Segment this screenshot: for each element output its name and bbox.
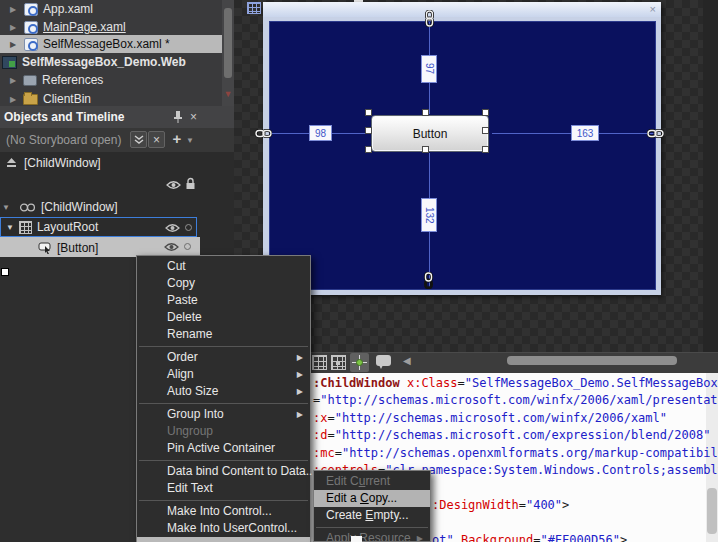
margin-anchor-top-icon[interactable] [423, 10, 436, 27]
file-item-app-xaml[interactable]: ▶ App.xaml [0, 0, 222, 18]
code-token: > [562, 498, 569, 512]
context-menu-item-group-into[interactable]: Group Into▶ [137, 406, 310, 423]
tree-item-childwindow[interactable]: ▼ [ChildWindow] [0, 197, 234, 217]
stray-selection-handle [1, 268, 9, 276]
grid-rail-icon[interactable] [247, 2, 261, 14]
resize-handle-se[interactable] [482, 146, 489, 153]
button-control-icon [38, 242, 52, 254]
new-storyboard-button[interactable]: + [170, 130, 184, 148]
context-menu-item-delete[interactable]: Delete [137, 309, 310, 326]
childwindow-close-icon[interactable]: × [650, 2, 656, 17]
context-menu-item-make-into-control[interactable]: Make Into Control... [137, 503, 310, 520]
references-icon [23, 75, 37, 86]
code-token: "#FF000D56" [540, 533, 619, 542]
margin-anchor-bottom-icon[interactable] [422, 272, 435, 289]
context-menu-item-order[interactable]: Order▶ [137, 349, 310, 366]
menu-item-label: rrent [365, 474, 390, 488]
show-gridlines-icon[interactable] [312, 355, 327, 370]
expand-arrow-icon[interactable]: ▶ [10, 95, 18, 104]
submenu-arrow-icon: ▶ [297, 349, 303, 366]
margin-label-right: 163 [571, 125, 599, 141]
scope-label: [ChildWindow] [24, 156, 101, 170]
submenu-arrow-icon: ▶ [297, 366, 303, 383]
margin-anchor-right-icon[interactable] [647, 127, 664, 140]
close-storyboard-button[interactable]: × [148, 131, 165, 148]
close-panel-icon[interactable]: × [190, 110, 197, 124]
context-menu-item-rename[interactable]: Rename [137, 326, 310, 343]
menu-item-label: esource [368, 531, 411, 542]
submenu-item-create-empty[interactable]: Create Empty... [314, 507, 430, 524]
file-item-selfmessagebox-xaml[interactable]: ▶ SelfMessageBox.xaml * [0, 35, 222, 53]
context-menu-item-cut[interactable]: Cut [137, 258, 310, 275]
folder-icon [23, 94, 38, 105]
code-scrollbar-thumb[interactable] [707, 488, 717, 534]
horizontal-scrollbar-thumb[interactable] [507, 356, 677, 365]
resize-handle-sw[interactable] [365, 146, 372, 153]
resize-handle-n[interactable] [422, 109, 429, 116]
scope-up-row[interactable]: [ChildWindow] [0, 152, 234, 173]
design-button[interactable]: Button [371, 115, 489, 152]
submenu-arrow-icon: ▶ [297, 406, 303, 423]
context-submenu: Edit CurrentEdit a Copy...Create Empty..… [313, 470, 431, 542]
resize-handle-s[interactable] [422, 146, 429, 153]
tree-item-layoutroot[interactable]: ▼ LayoutRoot [0, 217, 197, 237]
eye-icon[interactable] [164, 242, 179, 252]
objects-timeline-header: Objects and Timeline × [0, 106, 234, 128]
grid-panel-icon [19, 221, 32, 234]
childwindow-titlebar[interactable]: × [263, 2, 661, 17]
context-menu-item-auto-size[interactable]: Auto Size▶ [137, 383, 310, 400]
scroll-down-arrow-icon[interactable]: ▼ [222, 88, 234, 100]
margin-anchor-left-icon[interactable] [255, 127, 272, 140]
context-menu-item-copy[interactable]: Copy [137, 275, 310, 292]
context-menu-item-make-into-usercontrol[interactable]: Make Into UserControl... [137, 520, 310, 537]
file-label: ClientBin [43, 92, 91, 106]
resize-handle-e[interactable] [482, 127, 489, 134]
childwindow-canvas[interactable] [269, 21, 656, 290]
resize-handle-nw[interactable] [365, 109, 372, 116]
lock-toggle-icon[interactable] [184, 243, 191, 250]
lock-icon[interactable] [185, 177, 196, 190]
scroll-left-icon[interactable]: ◀ [403, 355, 411, 366]
resize-handle-ne[interactable] [482, 109, 489, 116]
menu-item-label: Pin Active Container [167, 441, 275, 455]
context-menu-item-align[interactable]: Align▶ [137, 366, 310, 383]
code-token: = [519, 498, 526, 512]
code-token: "http://schemas.microsoft.com/expression… [335, 428, 711, 442]
projects-scrollbar-thumb[interactable] [224, 8, 232, 78]
code-token: :d [313, 428, 327, 442]
storyboard-picker-button[interactable] [130, 131, 147, 148]
eye-icon[interactable] [166, 180, 181, 190]
project-item-web[interactable]: SelfMessageBox_Demo.Web [0, 53, 222, 71]
dock-edge-strip [703, 0, 718, 352]
expander-icon[interactable]: ▼ [2, 203, 10, 212]
annotations-icon[interactable] [376, 355, 391, 366]
expander-icon[interactable]: ▼ [6, 223, 14, 232]
expand-arrow-icon[interactable]: ▶ [10, 76, 18, 85]
menu-item-label: C [360, 491, 369, 505]
storyboard-options-caret-icon[interactable]: ▼ [186, 136, 194, 145]
expand-arrow-icon[interactable]: ▶ [10, 40, 18, 49]
file-label: App.xaml [43, 2, 93, 16]
menu-item-label: Edit C [326, 474, 359, 488]
eye-icon[interactable] [165, 223, 180, 233]
context-menu-item-edit-text[interactable]: Edit Text [137, 480, 310, 497]
code-line: :mc="http://schemas.openxmlformats.org/m… [313, 446, 718, 463]
submenu-item-edit-a-copy[interactable]: Edit a Copy... [314, 490, 430, 507]
snap-to-snaplines-icon[interactable] [350, 353, 369, 372]
code-token: "SelfMessageBox_Demo.SelfMessageBox" [465, 376, 718, 390]
menu-item-label: opy... [369, 491, 397, 505]
lock-toggle-icon[interactable] [185, 224, 192, 231]
expand-arrow-icon[interactable]: ▶ [10, 23, 18, 32]
pin-icon[interactable] [172, 110, 184, 124]
file-item-mainpage-xaml[interactable]: ▶ MainPage.xaml [0, 18, 222, 36]
margin-label-top: 97 [421, 55, 437, 83]
context-menu-item-data-bind-content-to-data[interactable]: Data bind Content to Data... [137, 463, 310, 480]
context-menu-item-pin-active-container[interactable]: Pin Active Container [137, 440, 310, 457]
resize-handle-w[interactable] [365, 127, 372, 134]
expand-arrow-icon[interactable]: ▶ [10, 5, 18, 14]
margin-label-left: 98 [309, 125, 332, 141]
context-menu-item-paste[interactable]: Paste [137, 292, 310, 309]
menu-partial-highlighted-item[interactable] [137, 537, 310, 542]
file-item-references[interactable]: ▶ References [0, 71, 222, 89]
storyboard-status: (No Storyboard open) [6, 133, 121, 147]
